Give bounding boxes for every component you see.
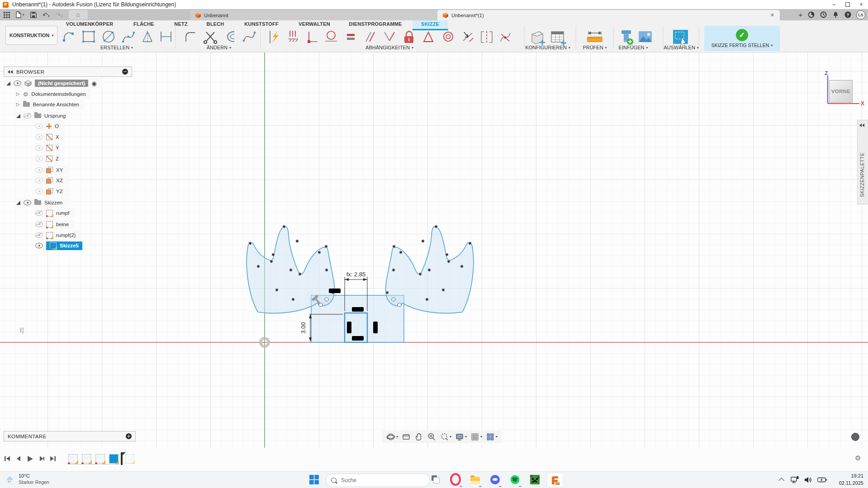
tool-configure-table[interactable] bbox=[551, 32, 566, 46]
visibility-eye-icon[interactable] bbox=[35, 123, 43, 129]
constraint-perpendicular[interactable] bbox=[384, 32, 394, 41]
add-comment-icon[interactable] bbox=[126, 433, 132, 439]
home-view-icon[interactable]: ⌂ bbox=[69, 10, 88, 19]
battery-charging-icon[interactable] bbox=[817, 477, 827, 483]
tree-row-skizzen[interactable]: Skizzen bbox=[16, 198, 68, 208]
visibility-eye-icon[interactable] bbox=[35, 189, 43, 194]
constraint-coincident[interactable] bbox=[308, 32, 318, 43]
close-button[interactable]: × bbox=[854, 0, 868, 9]
visibility-eye-icon[interactable] bbox=[35, 178, 43, 183]
doc-tab-unbenannt[interactable]: Unbenannt ✕ bbox=[190, 10, 447, 20]
tree-row-axis-y[interactable]: Y bbox=[35, 143, 65, 153]
file-explorer-icon[interactable] bbox=[470, 474, 480, 485]
tree-row-plane-xz[interactable]: XZ bbox=[35, 175, 68, 185]
network-icon[interactable] bbox=[791, 476, 799, 483]
visibility-eye-icon[interactable] bbox=[24, 200, 31, 205]
timeline-feature-sketch2[interactable] bbox=[82, 454, 91, 464]
timeline-feature-sketch3[interactable] bbox=[95, 454, 105, 464]
timeline-feature-sketch4-active[interactable] bbox=[109, 454, 119, 464]
visibility-eye-icon[interactable] bbox=[35, 167, 43, 173]
constraint-fix-lock[interactable] bbox=[404, 32, 413, 43]
task-view-icon[interactable] bbox=[430, 474, 441, 485]
zoom-window-icon[interactable]: ▾ bbox=[438, 432, 453, 441]
settings-gear-icon[interactable]: ⚙ bbox=[855, 454, 861, 462]
root-document-label[interactable]: (Nicht gespeichert) bbox=[35, 80, 88, 87]
timeline-position-marker[interactable] bbox=[121, 452, 123, 465]
comments-panel-header[interactable]: KOMMENTARE bbox=[4, 431, 136, 441]
tool-trim[interactable] bbox=[204, 32, 217, 43]
expand-palette-icon[interactable] bbox=[859, 123, 864, 127]
taskbar-search[interactable] bbox=[326, 474, 430, 487]
minimize-button[interactable]: – bbox=[827, 0, 841, 9]
group-konfigurieren[interactable]: KONFIGURIEREN▾ bbox=[525, 45, 570, 50]
timeline-step-back-icon[interactable] bbox=[15, 455, 22, 462]
timeline-skip-start-icon[interactable] bbox=[4, 455, 11, 462]
timeline-step-forward-icon[interactable] bbox=[38, 455, 45, 462]
spotify-icon[interactable] bbox=[509, 474, 520, 485]
help-icon[interactable]: ? bbox=[844, 11, 851, 19]
visibility-eye-icon[interactable] bbox=[35, 232, 43, 238]
tree-row-benannte-ansichten[interactable]: ▷ Benannte Ansichten bbox=[16, 99, 85, 109]
visibility-eye-icon[interactable] bbox=[35, 222, 43, 227]
tree-row-sketch-rumpf2[interactable]: rumpf(2) bbox=[35, 230, 81, 240]
tool-select[interactable] bbox=[673, 30, 688, 46]
tree-row-root[interactable]: (Nicht gespeichert) ◉ bbox=[6, 78, 102, 88]
discord-icon[interactable] bbox=[489, 474, 500, 485]
group-auswaehlen[interactable]: AUSWÄHLEN▾ bbox=[664, 45, 699, 50]
orbit-icon[interactable]: ▾ bbox=[384, 432, 400, 441]
look-at-icon[interactable] bbox=[400, 432, 413, 441]
taskbar-clock[interactable]: 19:21 02.11.2025 bbox=[831, 473, 863, 487]
activate-component-icon[interactable]: ◉ bbox=[91, 81, 96, 86]
assistant-icon[interactable] bbox=[851, 433, 859, 441]
visibility-eye-icon[interactable] bbox=[35, 145, 43, 151]
constraint-equal[interactable] bbox=[347, 34, 355, 40]
save-icon[interactable] bbox=[30, 12, 37, 18]
group-erstellen[interactable]: ERSTELLEN▾ bbox=[100, 45, 133, 50]
undo-icon[interactable]: ↶▾ bbox=[43, 12, 50, 18]
tree-row-sketch-rumpf[interactable]: rumpf bbox=[35, 208, 75, 218]
constraint-curvature[interactable] bbox=[501, 33, 510, 42]
pan-hand-icon[interactable] bbox=[413, 432, 425, 441]
grid-snap-icon[interactable]: ▾ bbox=[469, 432, 484, 441]
constraint-symmetry[interactable] bbox=[481, 31, 492, 43]
tool-rectangle[interactable] bbox=[82, 31, 95, 43]
visibility-eye-icon[interactable] bbox=[35, 156, 43, 161]
recent-clock-icon[interactable] bbox=[820, 11, 827, 19]
tool-insert-fastener[interactable] bbox=[621, 30, 633, 45]
visibility-eye-icon[interactable] bbox=[35, 134, 43, 140]
tool-fillet[interactable] bbox=[186, 33, 195, 42]
sketch-palette-label[interactable]: SKIZZENPALETTE bbox=[859, 152, 865, 197]
redo-icon[interactable]: ↷▾ bbox=[56, 12, 63, 18]
tool-configure-feature[interactable] bbox=[532, 32, 545, 45]
model-canvas[interactable] bbox=[0, 52, 868, 448]
visibility-eye-icon[interactable] bbox=[14, 81, 21, 86]
volume-icon[interactable] bbox=[804, 476, 812, 483]
timeline-play-icon[interactable] bbox=[26, 455, 34, 463]
file-menu-icon[interactable]: ▾ bbox=[16, 11, 24, 18]
expanded-icon[interactable] bbox=[6, 81, 10, 85]
new-tab-icon[interactable]: + bbox=[798, 11, 802, 19]
viewports-icon[interactable]: ▾ bbox=[484, 432, 499, 441]
viewcube[interactable]: VORNE bbox=[829, 80, 853, 103]
expanded-icon[interactable] bbox=[16, 201, 20, 205]
finish-sketch-button[interactable]: ✓ SKIZZE FERTIG STELLEN▾ bbox=[704, 26, 780, 51]
group-pruefen[interactable]: PRÜFEN▾ bbox=[583, 45, 607, 50]
tool-dimension[interactable] bbox=[161, 32, 171, 42]
display-settings-icon[interactable]: ▾ bbox=[453, 432, 469, 441]
weather-widget[interactable]: 10°C Starker Regen bbox=[5, 473, 49, 485]
tree-row-plane-yz[interactable]: YZ bbox=[35, 186, 68, 196]
tree-row-axis-z[interactable]: Z bbox=[35, 154, 64, 164]
search-input[interactable] bbox=[340, 477, 410, 484]
tool-mirror[interactable] bbox=[143, 31, 152, 43]
constraint-horizontal-vertical[interactable] bbox=[288, 31, 298, 42]
constraint-polygon[interactable] bbox=[424, 32, 433, 42]
tree-row-axis-x[interactable]: X bbox=[35, 132, 65, 142]
tool-line[interactable] bbox=[63, 33, 74, 42]
timeline-feature-future[interactable] bbox=[125, 454, 134, 464]
visibility-eye-icon[interactable] bbox=[24, 113, 31, 118]
tree-row-sketch-beine[interactable]: beine bbox=[35, 219, 74, 229]
tool-circle[interactable] bbox=[103, 31, 114, 42]
tool-measure[interactable] bbox=[588, 31, 602, 42]
constraint-midpoint[interactable] bbox=[463, 32, 473, 42]
timeline-feature-sketch1[interactable] bbox=[68, 454, 78, 464]
